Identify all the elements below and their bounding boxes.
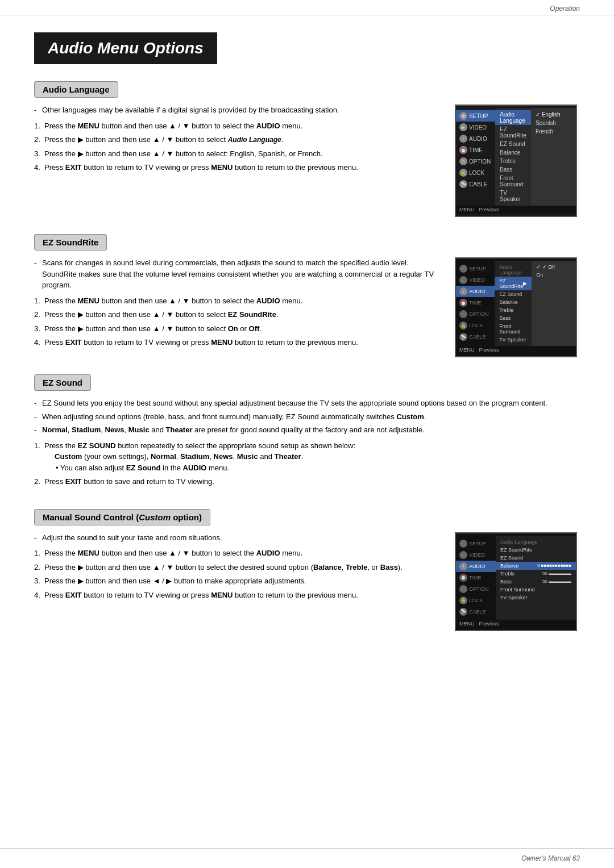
main-item-treble-2: Treble — [495, 306, 532, 314]
section-header-ez-soundrite: EZ SoundRite — [34, 234, 107, 251]
sidebar-audio-3: ♪ AUDIO — [456, 561, 496, 572]
section-text-ez-sound: EZ Sound lets you enjoy the best sound w… — [34, 398, 580, 492]
sidebar-video-3: ▶ VIDEO — [456, 549, 496, 561]
sidebar-video-2: ▶ VIDEO — [456, 274, 495, 286]
step-item: Press EXIT button to return to TV viewin… — [34, 162, 443, 173]
main-item-bass: Bass — [495, 165, 531, 174]
cable-icon-3: 📡 — [459, 608, 467, 616]
main-item-ez-sound: EZ Sound — [495, 140, 531, 148]
tv-footer-1: MENU Previous — [456, 206, 576, 214]
bullet-item: Normal, Stadium, News, Music and Theater… — [34, 424, 580, 436]
main-balance-3: Balance 0 ■■■■■■■■■■■ — [496, 562, 576, 570]
top-label: Operation — [0, 0, 614, 15]
section-manual-sound: Manual Sound Control (Custom option) Adj… — [34, 509, 580, 631]
bullet-item: Other languages may be available if a di… — [34, 105, 443, 116]
audio-language-bullets: Other languages may be available if a di… — [34, 105, 443, 116]
step-item: Press the ▶ button and then use ▲ / ▼ bu… — [34, 323, 443, 335]
main-ez-sound-3: EZ Sound — [496, 554, 576, 562]
tv-menu-2: ⚙ SETUP ▶ VIDEO ♪ AUDIO — [455, 257, 577, 357]
sidebar-lock: 🔒 LOCK — [456, 167, 495, 178]
sidebar-cable: 📡 CABLE — [456, 178, 495, 190]
main-item-audio-lang: Audio Language — [495, 110, 531, 125]
ez-soundrite-steps: Press the MENU button and then use ▲ / ▼… — [34, 295, 443, 348]
lock-icon: 🔒 — [459, 169, 467, 177]
tv-menu-3: ⚙ SETUP ▶ VIDEO ♪ AUDIO — [455, 532, 577, 631]
content: Audio Menu Options Audio Language Other … — [0, 15, 614, 682]
ez-soundrite-bullets: Scans for changes in sound level during … — [34, 257, 443, 291]
tv-main-3: Audio Language EZ SoundRite EZ Sound Bal… — [496, 536, 576, 620]
section-audio-language: Audio Language Other languages may be av… — [34, 81, 580, 217]
section-ez-sound: EZ Sound EZ Sound lets you enjoy the bes… — [34, 374, 580, 492]
section-header-audio-language: Audio Language — [34, 81, 118, 98]
bullet-item: When adjusting sound options (treble, ba… — [34, 411, 580, 423]
audio-icon-2: ♪ — [459, 287, 467, 295]
tv-sub-1: English Spanish French — [531, 108, 576, 206]
sidebar-audio: ♪ AUDIO — [456, 133, 495, 144]
sub-on: On — [532, 271, 576, 279]
time-icon-3: ⏰ — [459, 574, 467, 582]
cable-icon-2: 📡 — [459, 333, 467, 341]
main-item-tv-speaker: TV Speaker — [495, 189, 531, 203]
section-ez-soundrite: EZ SoundRite Scans for changes in sound … — [34, 234, 580, 357]
sub-english: English — [531, 110, 576, 119]
main-item-audio-lang-2: Audio Language — [495, 263, 532, 277]
section-header-ez-sound: EZ Sound — [34, 374, 91, 391]
sidebar-setup-2: ⚙ SETUP — [456, 263, 495, 274]
section-content-manual-sound: Adjust the sound to suit your taste and … — [34, 532, 580, 631]
sidebar-option: ✎ OPTION — [456, 156, 495, 167]
sub-french: French — [531, 127, 576, 136]
tv-sidebar-2: ⚙ SETUP ▶ VIDEO ♪ AUDIO — [456, 261, 495, 346]
sub-off: ✓ Off — [532, 263, 576, 271]
main-treble-3: Treble 50 ▬▬▬▬▬ — [496, 570, 576, 578]
bullet-item: Scans for changes in sound level during … — [34, 257, 443, 291]
option-icon-2: ✎ — [459, 310, 467, 318]
section-content-ez-sound: EZ Sound lets you enjoy the best sound w… — [34, 398, 580, 492]
video-icon-2: ▶ — [459, 276, 467, 284]
step-item: Press the MENU button and then use ▲ / ▼… — [34, 548, 443, 559]
sidebar-cable-2: 📡 CABLE — [456, 331, 495, 343]
setup-icon-3: ⚙ — [459, 540, 467, 548]
section-text-manual-sound: Adjust the sound to suit your taste and … — [34, 532, 443, 606]
lock-icon-2: 🔒 — [459, 322, 467, 329]
tv-main-1: Audio Language EZ SoundRite EZ Sound Bal… — [495, 108, 531, 206]
main-item-ez-soundrite-2: EZ SoundRite ▶ — [495, 277, 532, 290]
sidebar-time: ⏰ TIME — [456, 144, 495, 156]
manual-sound-bullets: Adjust the sound to suit your taste and … — [34, 532, 443, 544]
page: Operation Audio Menu Options Audio Langu… — [0, 0, 614, 868]
sidebar-lock-3: 🔒 LOCK — [456, 595, 496, 606]
sidebar-time-3: ⏰ TIME — [456, 572, 496, 583]
step-item: Press the ▶ button and then use ▲ / ▼ bu… — [34, 134, 443, 145]
lock-icon-3: 🔒 — [459, 596, 467, 604]
section-header-manual-sound: Manual Sound Control (Custom option) — [34, 509, 210, 525]
sidebar-setup-3: ⚙ SETUP — [456, 538, 496, 549]
sub-spanish: Spanish — [531, 119, 576, 127]
page-title: Audio Menu Options — [34, 32, 217, 64]
setup-icon-2: ⚙ — [459, 265, 467, 273]
tv-sidebar-3: ⚙ SETUP ▶ VIDEO ♪ AUDIO — [456, 536, 496, 620]
cable-icon: 📡 — [459, 180, 467, 188]
step-item: Press the ▶ button and then use ◄ / ▶ bu… — [34, 575, 443, 587]
section-text-ez-soundrite: Scans for changes in sound level during … — [34, 257, 443, 353]
menu-image-2: ⚙ SETUP ▶ VIDEO ♪ AUDIO — [455, 257, 580, 357]
audio-icon-3: ♪ — [459, 562, 467, 570]
main-item-tv-speaker-2: TV Speaker — [495, 336, 532, 344]
step-item: Press the ▶ button and then use ▲ / ▼ bu… — [34, 562, 443, 573]
time-icon-2: ⏰ — [459, 299, 467, 307]
section-content-audio-language: Other languages may be available if a di… — [34, 105, 580, 217]
setup-icon: ⚙ — [459, 112, 467, 120]
sidebar-option-3: ✎ OPTION — [456, 583, 496, 595]
sidebar-option-2: ✎ OPTION — [456, 308, 495, 320]
main-item-bass-2: Bass — [495, 314, 532, 322]
section-content-ez-soundrite: Scans for changes in sound level during … — [34, 257, 580, 357]
manual-sound-steps: Press the MENU button and then use ▲ / ▼… — [34, 548, 443, 600]
step-item: Press the ▶ button and then use ▲ / ▼ bu… — [34, 309, 443, 320]
main-item-balance-2: Balance — [495, 298, 532, 306]
main-item-front-surround-2: Front Surround — [495, 322, 532, 336]
step-item: Press the ▶ button and then use ▲ / ▼ bu… — [34, 148, 443, 160]
main-audio-lang-3: Audio Language — [496, 538, 576, 546]
step-item: Press the EZ SOUND button repeatedly to … — [34, 440, 580, 474]
step-item: Press EXIT button to return to TV viewin… — [34, 337, 443, 348]
sidebar-audio-2: ♪ AUDIO — [456, 286, 495, 297]
tv-main-2: Audio Language EZ SoundRite ▶ EZ Sound B… — [495, 261, 532, 346]
video-icon: ▶ — [459, 123, 467, 131]
